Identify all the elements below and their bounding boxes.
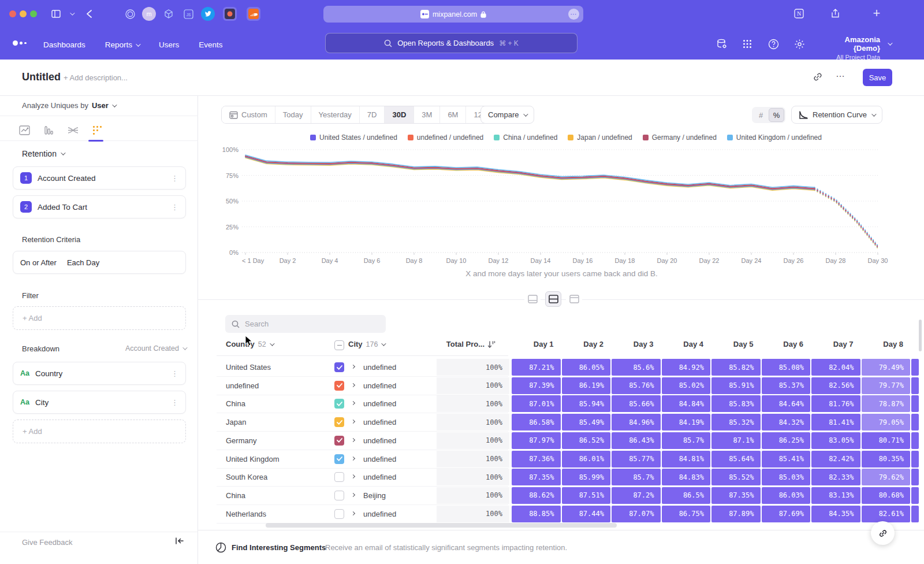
more-options-icon[interactable]: … xyxy=(836,69,845,79)
page-title[interactable]: Untitled xyxy=(22,71,61,83)
tab-retention-icon[interactable] xyxy=(90,123,104,137)
mode-count[interactable]: # xyxy=(753,108,769,122)
retention-cell[interactable]: 87.44% xyxy=(562,506,611,522)
chart-type-dropdown[interactable]: Retention Curve xyxy=(791,106,882,124)
retention-cell[interactable]: 86.25% xyxy=(762,432,811,449)
row-checkbox[interactable] xyxy=(334,436,344,446)
retention-cell[interactable]: 82.42% xyxy=(811,451,860,467)
retention-cell[interactable]: 79.62% xyxy=(862,469,911,485)
range-today[interactable]: Today xyxy=(275,106,311,123)
browser-tabs-chevron-icon[interactable] xyxy=(65,7,79,21)
day-header[interactable]: Day 6 xyxy=(762,340,811,348)
row-checkbox[interactable] xyxy=(334,509,344,519)
retention-cell[interactable]: 85.94% xyxy=(562,395,611,412)
criteria-each-day[interactable]: Each Day xyxy=(67,258,99,267)
row-checkbox[interactable] xyxy=(334,417,344,427)
expand-row-icon[interactable] xyxy=(351,383,355,387)
retention-cell[interactable]: 85.91% xyxy=(711,377,761,394)
legend-item[interactable]: undefined / undefined xyxy=(408,133,483,142)
retention-cell[interactable]: 87.39% xyxy=(512,377,561,394)
retention-cell[interactable]: 85.02% xyxy=(662,377,711,394)
breakdown-card-country[interactable]: AaCountry⋮ xyxy=(13,362,186,385)
step-card-added-to-cart[interactable]: 2Added To Cart⋮ xyxy=(13,195,186,218)
compare-button[interactable]: Compare xyxy=(480,106,534,124)
table-search[interactable] xyxy=(225,315,386,333)
tab-js-icon[interactable]: JS xyxy=(181,7,195,21)
retention-cell[interactable]: 87.01% xyxy=(512,395,561,412)
kebab-menu-icon[interactable]: ⋮ xyxy=(171,398,178,407)
retention-cell[interactable]: 87.2% xyxy=(612,487,661,504)
retention-cell[interactable]: 87.69% xyxy=(762,506,811,522)
range-6m[interactable]: 6M xyxy=(440,106,466,123)
retention-cell[interactable]: 85.37% xyxy=(762,377,811,394)
mixpanel-logo[interactable] xyxy=(13,40,27,46)
retention-cell[interactable]: 80.68% xyxy=(862,487,911,504)
collapse-sidebar-icon[interactable] xyxy=(175,537,184,545)
notion-extension-icon[interactable]: N xyxy=(792,6,806,20)
retention-cell[interactable]: 78.87% xyxy=(862,395,911,412)
kebab-menu-icon[interactable]: ⋮ xyxy=(171,369,178,378)
address-bar[interactable]: mixpanel.com ⋯ xyxy=(323,6,583,23)
legend-item[interactable]: Japan / undefined xyxy=(568,133,632,142)
breakdown-add-button[interactable]: + Add xyxy=(13,420,186,443)
tab-soundcloud-icon[interactable] xyxy=(247,7,260,21)
range-custom[interactable]: Custom xyxy=(222,106,275,123)
expand-row-icon[interactable] xyxy=(351,456,355,460)
retention-cell[interactable]: 79.05% xyxy=(862,414,911,431)
retention-cell[interactable]: 84.64% xyxy=(762,395,811,412)
row-checkbox[interactable] xyxy=(334,399,344,409)
retention-cell[interactable]: 85.77% xyxy=(612,451,661,467)
retention-cell[interactable]: 79.49% xyxy=(862,359,911,376)
retention-cell[interactable]: 82.04% xyxy=(811,359,860,376)
retention-cell[interactable]: 79.77% xyxy=(862,377,911,394)
retention-cell[interactable]: 87.21% xyxy=(512,359,561,376)
legend-item[interactable]: United States / undefined xyxy=(310,133,397,142)
day-header[interactable]: Day 8 xyxy=(862,340,911,348)
expand-row-icon[interactable] xyxy=(351,474,355,478)
retention-cell[interactable]: 84.83% xyxy=(662,469,711,485)
day-header[interactable]: Day 7 xyxy=(811,340,860,348)
retention-cell[interactable]: 87.1% xyxy=(711,432,761,449)
traffic-light-zoom[interactable] xyxy=(30,10,37,17)
retention-cell[interactable]: 87.35% xyxy=(711,487,761,504)
row-checkbox[interactable] xyxy=(334,491,344,500)
copy-link-icon[interactable] xyxy=(812,71,824,83)
row-checkbox[interactable] xyxy=(334,472,344,482)
range-yesterday[interactable]: Yesterday xyxy=(311,106,360,123)
project-selector[interactable]: Amazonia {Demo} All Project Data xyxy=(820,35,880,61)
retention-cell[interactable]: 85.82% xyxy=(711,359,761,376)
retention-cell[interactable]: 85.41% xyxy=(762,451,811,467)
traffic-light-minimize[interactable] xyxy=(20,10,27,17)
legend-item[interactable]: Germany / undefined xyxy=(643,133,717,142)
retention-cell[interactable]: 87.51% xyxy=(562,487,611,504)
expand-row-icon[interactable] xyxy=(351,493,355,497)
tab-insights-icon[interactable] xyxy=(17,123,31,137)
retention-cell[interactable]: 80.35% xyxy=(862,451,911,467)
retention-cell[interactable]: 85.32% xyxy=(711,414,761,431)
step-card-account-created[interactable]: 1Account Created⋮ xyxy=(13,166,186,190)
retention-cell[interactable]: 86.05% xyxy=(562,359,611,376)
retention-cell[interactable]: 85.49% xyxy=(562,414,611,431)
retention-cell[interactable]: 85.6% xyxy=(612,359,661,376)
retention-cell[interactable]: 86.58% xyxy=(512,414,561,431)
browser-back-icon[interactable] xyxy=(82,7,96,21)
breakdown-event-dropdown[interactable]: Account Created xyxy=(0,344,186,352)
kebab-menu-icon[interactable]: ⋮ xyxy=(171,203,178,212)
retention-cell[interactable]: 86.01% xyxy=(562,451,611,467)
retention-cell[interactable]: 81.76% xyxy=(811,395,860,412)
retention-cell[interactable]: 83.13% xyxy=(811,487,860,504)
retention-cell[interactable]: 85.99% xyxy=(562,469,611,485)
save-button[interactable]: Save xyxy=(863,69,892,86)
retention-cell[interactable]: 87.97% xyxy=(512,432,561,449)
horizontal-scrollbar[interactable] xyxy=(266,523,617,528)
retention-cell[interactable]: 87.89% xyxy=(711,506,761,522)
retention-cell[interactable]: 88.62% xyxy=(512,487,561,504)
retention-cell[interactable]: 87.36% xyxy=(512,451,561,467)
row-checkbox[interactable] xyxy=(334,454,344,464)
analyze-value-dropdown[interactable]: User xyxy=(92,101,109,110)
total-column-header[interactable]: Total Pro... xyxy=(404,340,495,348)
vertical-scrollbar[interactable] xyxy=(919,320,922,351)
view-chart-only-button[interactable] xyxy=(524,291,541,307)
retention-cell[interactable]: 84.96% xyxy=(612,414,661,431)
retention-cell[interactable]: 87.07% xyxy=(612,506,661,522)
